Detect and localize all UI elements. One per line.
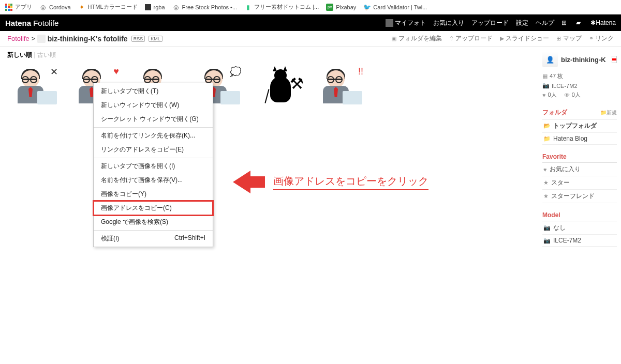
camera-icon: 📷 xyxy=(542,82,550,89)
site-logo[interactable]: Hatena Fotolife xyxy=(5,19,58,27)
nav-favorites[interactable]: お気に入り xyxy=(433,19,464,27)
context-menu-item[interactable]: 新しいタブで開く(T) xyxy=(94,84,213,98)
favicon: ✦ xyxy=(78,4,85,11)
folder-icon: 📁 xyxy=(600,110,607,115)
devil-illustration: ⚒ xyxy=(265,66,296,108)
bookmark-item[interactable]: rgba xyxy=(145,4,165,10)
context-menu-item[interactable]: 名前を付けてリンク先を保存(K)... xyxy=(94,129,213,143)
favicon: ◎ xyxy=(172,4,180,11)
hatena-brand[interactable]: ✱Hatena xyxy=(590,19,616,26)
eye-icon: 👁 xyxy=(564,92,570,98)
folder-item-top[interactable]: 📂トップフォルダ xyxy=(542,119,617,133)
context-menu-item[interactable]: 新しいウィンドウで開く(W) xyxy=(94,98,213,112)
fav-item[interactable]: ♥お気に入り xyxy=(542,163,617,176)
tool-edit-folder[interactable]: ▣ フォルダを編集 xyxy=(391,34,441,43)
sidebar-user[interactable]: 👤 biz-thinking-K xyxy=(542,52,617,67)
star-icon: ★ xyxy=(543,179,549,186)
edit-icon: ▣ xyxy=(391,35,396,41)
sort-new[interactable]: 新しい順 xyxy=(7,51,32,58)
section-favorite: Favorite xyxy=(542,151,617,163)
tool-slideshow[interactable]: ▶ スライドショー xyxy=(500,34,549,43)
bookmark-item[interactable]: 🐦Card Validator | Twi... xyxy=(363,4,427,11)
sort-old[interactable]: 古い順 xyxy=(37,51,56,58)
hatena-icon: ✱ xyxy=(590,19,596,26)
nav-settings[interactable]: 設定 xyxy=(516,19,528,27)
tool-map[interactable]: ⊞ マップ xyxy=(556,34,581,43)
nav-upload[interactable]: アップロード xyxy=(471,19,509,27)
fav-item[interactable]: ★スターフレンド xyxy=(542,190,617,203)
nav-myphoto[interactable]: マイフォト xyxy=(386,19,426,27)
context-menu: 新しいタブで開く(T)新しいウィンドウで開く(W)シークレット ウィンドウで開く… xyxy=(93,83,213,247)
context-menu-item[interactable]: リンクのアドレスをコピー(E) xyxy=(94,143,213,157)
bookmark-label: アプリ xyxy=(15,3,32,11)
section-model: Model xyxy=(542,209,617,221)
bookmarks-bar: アプリ ◎Cordova ✦HTMLカラーコード rgba ◎Free Stoc… xyxy=(0,0,621,14)
camera-model: 📷ILCE-7M2 xyxy=(542,81,617,90)
notifications-icon[interactable]: ▰ xyxy=(576,19,583,26)
favicon: ◎ xyxy=(39,4,47,11)
link-icon: ⚭ xyxy=(589,35,594,41)
model-item[interactable]: 📷ILCE-7M2 xyxy=(542,235,617,247)
folder-item[interactable]: 📁Hatena Blog xyxy=(542,133,617,145)
model-item[interactable]: 📷なし xyxy=(542,221,617,235)
thumbnail[interactable]: ⚒ xyxy=(252,64,309,110)
nav-help[interactable]: ヘルプ xyxy=(536,19,554,27)
annotation-text: 画像アドレスをコピーをクリック xyxy=(273,174,428,190)
avatar-icon: 👤 xyxy=(542,52,558,67)
heart-icon: ♥ xyxy=(542,92,546,98)
context-menu-item[interactable]: 新しいタブで画像を開く(I) xyxy=(94,159,213,173)
new-folder-button[interactable]: 📁新規 xyxy=(600,109,617,116)
upload-icon: ⇧ xyxy=(449,35,454,41)
sidebar: 👤 biz-thinking-K ▦47 枚 📷ILCE-7M2 ♥0人 👁0人… xyxy=(538,47,621,357)
context-menu-item-highlighted[interactable]: 画像アドレスをコピー(C) xyxy=(94,201,213,215)
bookmark-apps[interactable]: アプリ xyxy=(5,3,32,11)
top-nav: マイフォト お気に入り アップロード 設定 ヘルプ ⊞ ▰ ✱Hatena xyxy=(386,19,616,27)
kml-badge[interactable]: KML xyxy=(149,36,162,42)
person-illustration: !! xyxy=(321,66,362,108)
section-folders: フォルダ 📁新規 xyxy=(542,106,617,119)
tool-upload[interactable]: ⇧ アップロード xyxy=(449,34,493,43)
page-toolbar: ▣ フォルダを編集 ⇧ アップロード ▶ スライドショー ⊞ マップ ⚭ リンク xyxy=(391,34,614,43)
folder-icon: 📂 xyxy=(543,123,551,129)
thumbnail[interactable]: !! xyxy=(313,64,371,110)
photo-icon: ▦ xyxy=(542,73,548,80)
bookmark-item[interactable]: ◎Free Stock Photos •... xyxy=(172,4,238,11)
arrow-icon xyxy=(233,171,250,193)
breadcrumb-title: biz-thinking-K's fotolife xyxy=(48,35,128,43)
photo-count: ▦47 枚 xyxy=(542,71,617,81)
favicon: ▮ xyxy=(244,4,252,11)
breadcrumb-row: Fotolife > biz-thinking-K's fotolife RSS… xyxy=(0,31,621,47)
bookmark-item[interactable]: pxPixabay xyxy=(326,4,356,11)
favicon: px xyxy=(326,4,333,11)
context-menu-item[interactable]: 画像をコピー(Y) xyxy=(94,187,213,201)
annotation: 画像アドレスをコピーをクリック xyxy=(233,171,428,193)
bookmark-item[interactable]: ◎Cordova xyxy=(39,4,71,11)
play-icon: ▶ xyxy=(500,35,504,41)
user-avatar-small xyxy=(37,35,46,43)
context-menu-item[interactable]: 名前を付けて画像を保存(V)... xyxy=(94,173,213,187)
context-menu-item[interactable]: 検証(I)Ctrl+Shift+I xyxy=(94,232,213,246)
star-icon: ★ xyxy=(543,193,549,200)
bookmark-item[interactable]: ▮フリー素材ドットコム |... xyxy=(244,3,319,11)
map-icon: ⊞ xyxy=(556,35,561,41)
twitter-icon: 🐦 xyxy=(363,4,371,11)
fav-item[interactable]: ★スター xyxy=(542,176,617,190)
tool-link[interactable]: ⚭ リンク xyxy=(589,34,614,43)
top-bar: Hatena Fotolife マイフォト お気に入り アップロード 設定 ヘル… xyxy=(0,14,621,31)
thumbnail[interactable]: ✕ xyxy=(7,64,65,110)
bookmark-item[interactable]: ✦HTMLカラーコード xyxy=(78,3,138,11)
thumbnail-grid: ✕♥💭⚒!! xyxy=(7,64,531,110)
flag-icon xyxy=(612,56,617,63)
favicon xyxy=(145,4,151,10)
breadcrumb-root[interactable]: Fotolife xyxy=(7,35,29,42)
context-menu-item[interactable]: シークレット ウィンドウで開く(G) xyxy=(94,112,213,126)
person-illustration: ✕ xyxy=(16,66,57,108)
context-menu-item[interactable]: Google で画像を検索(S) xyxy=(94,215,213,229)
apps-icon[interactable]: ⊞ xyxy=(561,19,569,26)
camera-icon: 📷 xyxy=(543,224,551,231)
folder-icon: 📁 xyxy=(543,135,551,142)
rss-badge[interactable]: RSS xyxy=(131,36,145,42)
apps-icon xyxy=(5,4,12,11)
sort-toggle: 新しい順 | 古い順 xyxy=(7,51,531,59)
avatar-icon xyxy=(386,19,393,27)
